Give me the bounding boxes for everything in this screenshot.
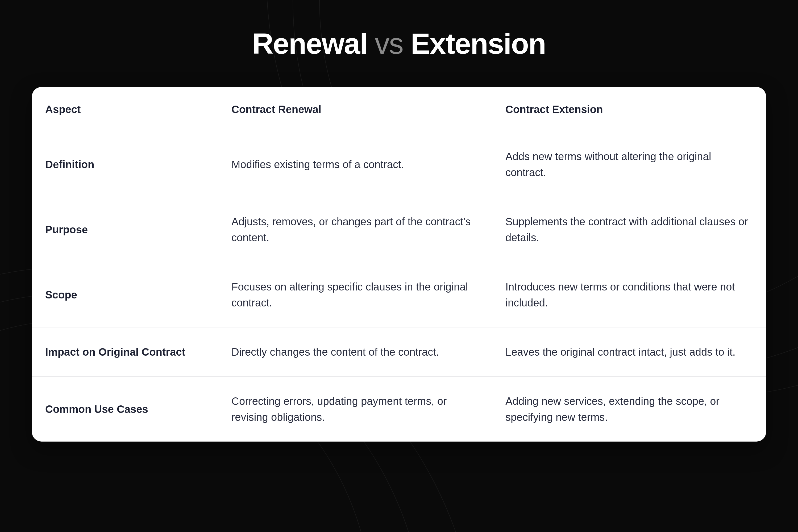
content-container: Renewal vs Extension Aspect Contract Ren…: [0, 0, 798, 468]
comparison-table: Aspect Contract Renewal Contract Extensi…: [32, 87, 766, 441]
table-row: Common Use Cases Correcting errors, upda…: [32, 377, 766, 441]
title-left: Renewal: [252, 27, 367, 60]
title-vs: vs: [375, 27, 403, 60]
renewal-value: Correcting errors, updating payment term…: [218, 377, 492, 441]
aspect-label: Scope: [32, 262, 218, 327]
table-header-row: Aspect Contract Renewal Contract Extensi…: [32, 87, 766, 132]
renewal-value: Directly changes the content of the cont…: [218, 327, 492, 376]
renewal-value: Focuses on altering specific clauses in …: [218, 262, 492, 327]
page-title: Renewal vs Extension: [32, 26, 766, 60]
header-aspect: Aspect: [32, 87, 218, 132]
extension-value: Adding new services, extending the scope…: [492, 377, 766, 441]
aspect-label: Definition: [32, 132, 218, 197]
table-row: Impact on Original Contract Directly cha…: [32, 327, 766, 377]
header-renewal: Contract Renewal: [218, 87, 492, 132]
extension-value: Introduces new terms or conditions that …: [492, 262, 766, 327]
aspect-label: Common Use Cases: [32, 377, 218, 441]
aspect-label: Impact on Original Contract: [32, 327, 218, 376]
aspect-label: Purpose: [32, 197, 218, 262]
renewal-value: Adjusts, removes, or changes part of the…: [218, 197, 492, 262]
header-extension: Contract Extension: [492, 87, 766, 132]
extension-value: Supplements the contract with additional…: [492, 197, 766, 262]
title-right: Extension: [411, 27, 546, 60]
table-row: Purpose Adjusts, removes, or changes par…: [32, 197, 766, 262]
extension-value: Adds new terms without altering the orig…: [492, 132, 766, 197]
table-row: Definition Modifies existing terms of a …: [32, 132, 766, 197]
renewal-value: Modifies existing terms of a contract.: [218, 132, 492, 197]
table-row: Scope Focuses on altering specific claus…: [32, 262, 766, 327]
extension-value: Leaves the original contract intact, jus…: [492, 327, 766, 376]
